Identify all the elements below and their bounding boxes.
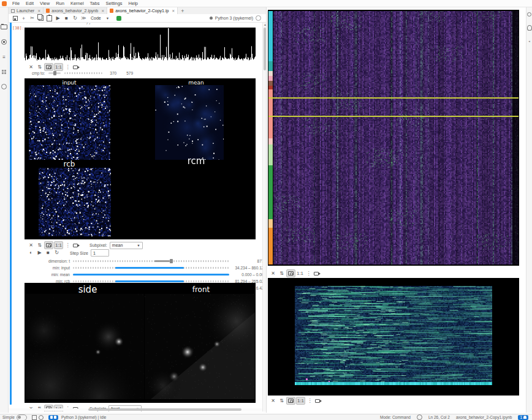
stop-button[interactable]: ■ [44,250,52,257]
add-cell-button[interactable]: ＋ [20,15,28,21]
input-canvas[interactable] [29,85,110,160]
more-options-button[interactable]: ⋮ [306,397,314,404]
play-button[interactable]: ▶ [36,250,44,257]
cluster-strip-segment [268,228,273,264]
extension-manager-icon[interactable] [2,70,6,74]
close-tab-icon[interactable]: ✕ [101,9,104,13]
run-cell-button[interactable]: ▶ [54,15,62,21]
front-video-canvas[interactable] [145,294,255,399]
save-button[interactable] [11,15,19,21]
menu-tabs[interactable]: Tabs [87,1,103,6]
app-logo-icon [2,1,7,6]
current-file-name: axons_behavior_2-Copy1.ipynb [456,415,512,419]
kernel-count-icon[interactable] [39,415,44,420]
menu-edit[interactable]: Edit [23,1,37,6]
one-to-one-zoom-button[interactable]: 1:1 [54,241,63,249]
dimension-slider[interactable] [73,260,229,262]
reset-vminvmax-button[interactable]: ◐ [27,250,35,257]
subpixel-dropdown[interactable]: mean ▼ [110,242,143,249]
close-figure-button[interactable]: ✕ [269,270,277,277]
screenshot-button[interactable] [44,241,53,249]
compare-mini-slider[interactable] [48,72,61,74]
cursor-position[interactable]: Ln 26, Col 2 [428,415,450,419]
record-button[interactable] [313,270,321,277]
cluster-strip-segment [268,11,273,61]
menu-settings[interactable]: Settings [102,1,125,6]
menu-run[interactable]: Run [53,1,67,6]
restart-run-all-button[interactable]: ≫ [80,15,88,21]
menu-file[interactable]: File [9,1,23,6]
copy-cell-button[interactable] [37,15,45,21]
active-cell-indicator [10,23,12,405]
step-size-input[interactable]: 1 [91,249,109,257]
vmin-input-slider[interactable] [73,267,229,269]
trace-figure [25,28,256,62]
pan-mode-button[interactable]: ⇅ [278,270,286,277]
screenshot-button[interactable] [286,269,295,277]
record-button[interactable] [72,64,80,70]
restart-kernel-button[interactable]: ↻ [71,15,79,21]
terminal-count-icon[interactable] [32,415,37,420]
vmin-mean-slider-row: min: mean 0.000 – 0.000 [25,271,266,278]
close-tab-icon[interactable]: ✕ [172,9,175,13]
image-figure-toolbar: ✕ ⇅ 1:1 ⋮ Subpixel: mean ▼ [27,241,143,249]
heatmap-canvas[interactable] [273,11,519,264]
trace-figure-toolbar: ✕ ⇅ 1:1 ⋮ [27,63,81,71]
more-options-button[interactable]: ⋮ [64,242,72,249]
more-options-button[interactable]: ⋮ [64,64,72,70]
menu-view[interactable]: View [37,1,53,6]
compare-range-slider[interactable] [64,72,102,74]
loop-button[interactable]: ↻ [53,250,61,257]
one-to-one-zoom-button[interactable]: 1:1 [296,397,305,405]
record-button[interactable] [314,397,322,404]
tab-launcher[interactable]: Launcher ✕ [9,7,44,14]
new-tab-button[interactable]: + [178,7,187,14]
vmin-mean-slider[interactable] [73,274,229,276]
pan-mode-button[interactable]: ⇅ [278,397,286,404]
cut-cell-button[interactable]: ✂ [28,15,36,21]
screenshot-button[interactable] [44,63,53,71]
simple-mode-toggle[interactable] [17,414,27,420]
menu-kernel[interactable]: Kernel [67,1,87,6]
tab-notebook-2-active[interactable]: axons_behavior_2-Copy1.ip ✕ [107,7,178,14]
notifications-badge[interactable]: 1 [518,415,528,420]
close-figure-button[interactable]: ✕ [27,242,35,249]
property-inspector-icon[interactable] [527,12,531,17]
extension-status-icon[interactable] [116,16,121,21]
stop-kernel-button[interactable]: ■ [63,15,70,21]
paste-icon [47,15,52,21]
debugger-icon[interactable] [527,25,532,31]
more-options-button[interactable]: ⋮ [305,270,313,277]
kernel-name[interactable]: Python 3 (ipykernel) [215,16,253,20]
horizontal-scrollbar[interactable] [9,408,266,411]
screenshot-button[interactable] [286,397,295,405]
close-figure-button[interactable]: ✕ [269,397,277,404]
one-to-one-zoom-button[interactable]: 1:1 [296,270,304,277]
spectrogram-canvas[interactable] [295,286,492,385]
kernel-activity-badge[interactable] [48,415,58,420]
running-kernels-icon[interactable] [1,39,7,45]
tab-notebook-1[interactable]: axons_behavior_2.ipynb ✕ [44,7,107,14]
file-browser-icon[interactable] [1,24,7,29]
record-button[interactable] [72,242,80,249]
trace-canvas[interactable] [25,28,256,62]
cell-type-dropdown[interactable]: Code ▼ [91,16,109,20]
menu-help[interactable]: Help [126,1,141,6]
pan-mode-button[interactable]: ⇅ [36,242,44,249]
paste-cell-button[interactable] [45,15,53,21]
side-video-canvas[interactable] [26,294,144,399]
kernel-status-text[interactable]: Python 3 (ipykernel) | Idle [61,415,107,419]
selection-line-top [268,97,519,99]
mean-canvas[interactable] [155,85,224,160]
git-icon[interactable] [1,84,7,89]
close-tab-icon[interactable]: ✕ [37,9,40,13]
collapse-panel-icon[interactable]: ◂ [528,39,530,43]
rcb-canvas[interactable] [39,168,111,236]
table-of-contents-icon[interactable]: ≡ [2,54,6,60]
pan-mode-button[interactable]: ⇅ [36,64,44,70]
accessibility-icon[interactable] [417,414,422,420]
simple-mode-label: Simple [2,415,15,419]
vmin-rcb-slider[interactable] [73,280,229,282]
one-to-one-zoom-button[interactable]: 1:1 [54,63,63,71]
close-figure-button[interactable]: ✕ [27,64,35,70]
